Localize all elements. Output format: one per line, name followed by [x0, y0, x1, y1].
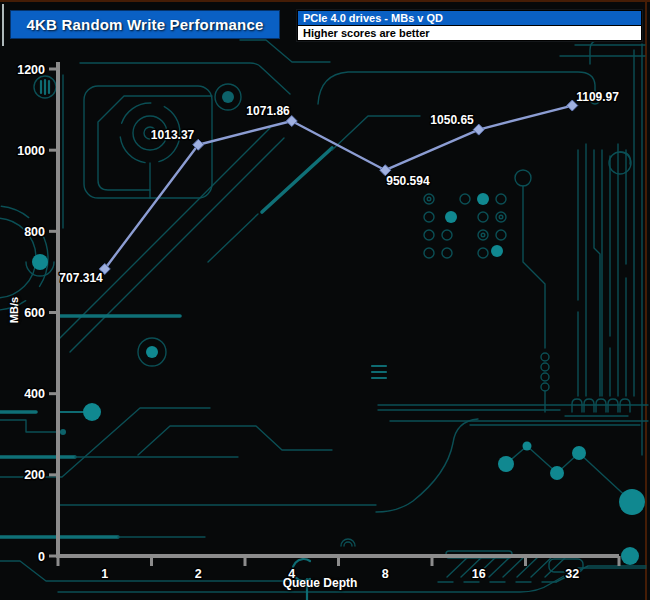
svg-text:1200: 1200: [17, 63, 45, 77]
svg-text:32: 32: [565, 567, 579, 581]
svg-text:2: 2: [195, 567, 202, 581]
line-chart-plot: 02004006008001000120012481632707.3141013…: [0, 0, 650, 600]
chart-title-box: 4KB Random Write Performance: [10, 10, 280, 39]
svg-text:1109.97: 1109.97: [576, 90, 619, 104]
legend-series-label: PCIe 4.0 drives - MBs v QD: [298, 11, 641, 26]
svg-text:200: 200: [24, 468, 45, 482]
circuit-background: [0, 0, 650, 600]
svg-text:0: 0: [38, 550, 45, 564]
svg-text:1000: 1000: [17, 144, 45, 158]
svg-text:1: 1: [101, 567, 108, 581]
chart-title: 4KB Random Write Performance: [26, 16, 263, 33]
svg-text:600: 600: [24, 306, 45, 320]
svg-text:800: 800: [24, 225, 45, 239]
svg-text:400: 400: [24, 387, 45, 401]
legend: PCIe 4.0 drives - MBs v QD Higher scores…: [297, 10, 642, 41]
legend-note: Higher scores are better: [298, 26, 641, 40]
svg-text:1013.37: 1013.37: [151, 128, 195, 142]
y-axis-title: MB/s: [8, 281, 20, 339]
circuit-traces: [0, 0, 650, 600]
svg-text:16: 16: [472, 567, 486, 581]
svg-text:1071.86: 1071.86: [246, 104, 290, 118]
chart-canvas: 4KB Random Write Performance PCIe 4.0 dr…: [0, 0, 650, 600]
svg-text:1050.65: 1050.65: [430, 113, 474, 127]
x-axis-title: Queue Depth: [240, 576, 400, 590]
svg-text:707.314: 707.314: [59, 271, 103, 285]
svg-text:950.594: 950.594: [386, 174, 430, 188]
